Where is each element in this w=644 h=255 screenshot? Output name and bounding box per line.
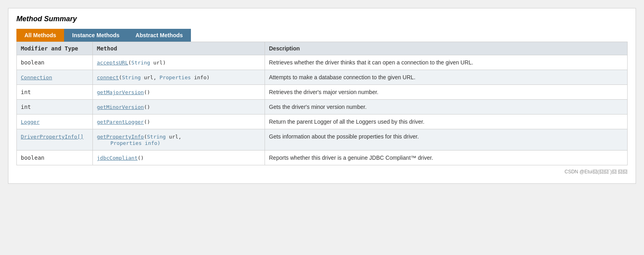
cell-method: getParentLogger()	[93, 114, 265, 129]
method-name-link[interactable]: acceptsURL	[97, 60, 128, 66]
method-name-link[interactable]: getMajorVersion	[97, 89, 144, 95]
method-param-text: url,	[166, 134, 181, 140]
tab-instance-methods[interactable]: Instance Methods	[64, 29, 127, 42]
cell-method: connect(String url, Properties info)	[93, 70, 265, 85]
table-row: intgetMinorVersion()Gets the driver's mi…	[17, 100, 628, 114]
section-title: Method Summary	[16, 15, 628, 23]
cell-method: getMinorVersion()	[93, 100, 265, 114]
tab-all-methods[interactable]: All Methods	[16, 29, 64, 42]
tab-abstract-methods[interactable]: Abstract Methods	[128, 29, 191, 42]
type-keyword: String	[147, 134, 166, 140]
cell-method: getMajorVersion()	[93, 85, 265, 100]
method-param-text: ()	[144, 119, 150, 125]
cell-modifier: DriverPropertyInfo[]	[17, 129, 93, 151]
table-row: LoggergetParentLogger()Return the parent…	[17, 114, 628, 129]
table-row: Connectionconnect(String url, Properties…	[17, 70, 628, 85]
cell-modifier: Connection	[17, 70, 93, 85]
method-param-text: url)	[150, 60, 166, 66]
method-name-link[interactable]: getPropertyInfo	[97, 134, 144, 140]
cell-modifier: int	[17, 100, 93, 114]
method-table: Modifier and Type Method Description boo…	[16, 42, 628, 165]
cell-description: Retrieves the driver's major version num…	[265, 85, 628, 100]
cell-modifier: Logger	[17, 114, 93, 129]
method-name-link[interactable]: connect	[97, 74, 119, 80]
cell-description: Attempts to make a database connection t…	[265, 70, 628, 85]
method-param-text: url,	[141, 74, 160, 80]
footer-note: CSDN @Etui囧(囧囧´)囧 囧囧	[16, 169, 628, 175]
method-name-link[interactable]: getMinorVersion	[97, 104, 144, 110]
method-param-text: ()	[138, 155, 144, 161]
header-description: Description	[265, 42, 628, 55]
table-row: DriverPropertyInfo[]getPropertyInfo(Stri…	[17, 129, 628, 151]
table-row: booleanacceptsURL(String url)Retrieves w…	[17, 55, 628, 70]
method-name-link[interactable]: getParentLogger	[97, 119, 144, 125]
modifier-link[interactable]: Connection	[21, 74, 52, 80]
cell-method: jdbcCompliant()	[93, 151, 265, 165]
cell-description: Retrieves whether the driver thinks that…	[265, 55, 628, 70]
table-row: booleanjdbcCompliant()Reports whether th…	[17, 151, 628, 165]
method-name[interactable]: Properties info)	[110, 140, 160, 146]
type-keyword: String	[122, 74, 141, 80]
cell-method: getPropertyInfo(String url, Properties i…	[93, 129, 265, 151]
type-keyword: String	[131, 60, 150, 66]
method-name-link[interactable]: jdbcCompliant	[97, 155, 138, 161]
modifier-link[interactable]: Logger	[21, 119, 40, 125]
method-param-text: (	[128, 60, 131, 66]
table-row: intgetMajorVersion()Retrieves the driver…	[17, 85, 628, 100]
method-param-text: info)	[191, 74, 210, 80]
method-param-text: (	[119, 74, 122, 80]
header-method: Method	[93, 42, 265, 55]
main-container: Method Summary All Methods Instance Meth…	[8, 8, 636, 184]
cell-description: Gets the driver's minor version number.	[265, 100, 628, 114]
cell-modifier: int	[17, 85, 93, 100]
cell-modifier: boolean	[17, 55, 93, 70]
cell-method: acceptsURL(String url)	[93, 55, 265, 70]
cell-modifier: boolean	[17, 151, 93, 165]
cell-description: Return the parent Logger of all the Logg…	[265, 114, 628, 129]
method-param-text: ()	[144, 104, 150, 110]
cell-description: Reports whether this driver is a genuine…	[265, 151, 628, 165]
method-param-text: ()	[144, 89, 150, 95]
table-header-row: Modifier and Type Method Description	[17, 42, 628, 55]
header-modifier: Modifier and Type	[17, 42, 93, 55]
type-keyword: Properties	[160, 74, 191, 80]
tab-bar: All Methods Instance Methods Abstract Me…	[16, 29, 628, 42]
cell-description: Gets information about the possible prop…	[265, 129, 628, 151]
modifier-link[interactable]: DriverPropertyInfo[]	[21, 134, 84, 140]
